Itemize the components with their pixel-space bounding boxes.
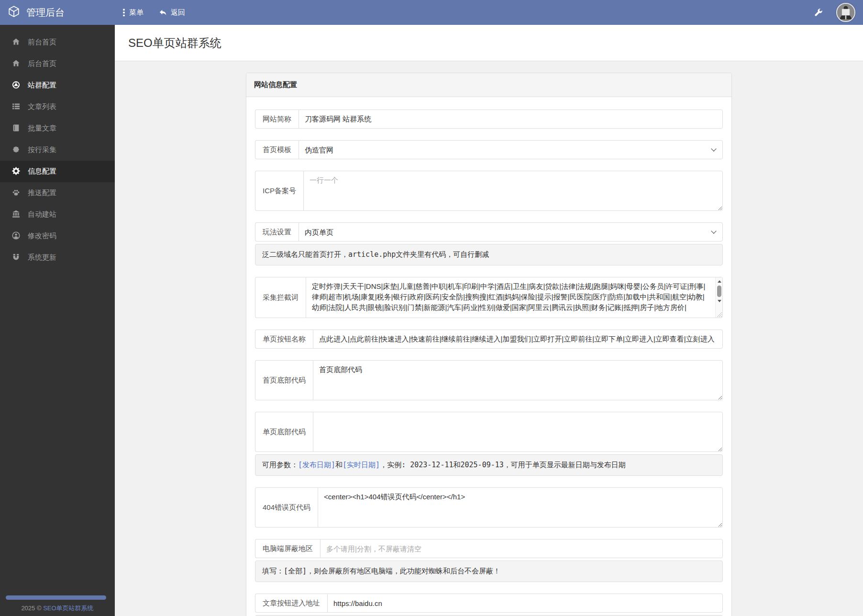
sidebar-item-label: 文章列表	[28, 102, 56, 111]
page-header: SEO单页站群系统	[115, 25, 863, 61]
block-words-group: 采集拦截词 定时炸弹|天天干|DNS|床垫|儿童|慈善|中职|机车|印刷|中学|…	[255, 277, 723, 318]
button-names-group: 单页按钮名称	[255, 330, 723, 349]
sidebar-footer: 2025 © SEO单页站群系统	[0, 604, 115, 613]
sidebar-item-system-update[interactable]: 系统更新	[0, 247, 115, 268]
sidebar-item-label: 自动建站	[28, 210, 56, 219]
sidebar-scrollbar[interactable]	[6, 595, 106, 600]
button-names-input[interactable]	[313, 330, 723, 349]
play-mode-group: 玩法设置 内页单页 泛二级域名只能首页打开，article.php文件夹里有代码…	[255, 222, 723, 265]
sidebar-item-article-list[interactable]: 文章列表	[0, 96, 115, 118]
error-404-textarea[interactable]: <center><h1>404错误页代码</center></h1>	[318, 487, 723, 528]
magnet-icon	[12, 253, 20, 263]
cube-icon	[8, 5, 20, 20]
home-icon	[12, 38, 20, 47]
pc-block-label: 电脑端屏蔽地区	[255, 539, 320, 558]
scroll-down-icon[interactable]	[718, 300, 721, 302]
menu-label: 菜单	[129, 8, 144, 17]
ellipsis-icon	[122, 9, 125, 17]
block-words-textarea[interactable]: 定时炸弹|天天干|DNS|床垫|儿童|慈善|中职|机车|印刷|中学|酒店|卫生|…	[306, 277, 723, 318]
sidebar-item-admin-home[interactable]: 后台首页	[0, 53, 115, 75]
sidebar-item-label: 后台首页	[28, 59, 56, 68]
site-name-input[interactable]	[299, 110, 723, 129]
menu-toggle[interactable]: 菜单	[115, 0, 151, 25]
reply-icon	[159, 9, 167, 16]
bank-icon	[12, 210, 20, 220]
back-button[interactable]: 返回	[151, 0, 193, 25]
navbar-right	[814, 3, 863, 22]
sidebar-item-label: 站群配置	[28, 81, 56, 90]
sidebar-item-push-config[interactable]: 推送配置	[0, 182, 115, 204]
avatar[interactable]	[836, 3, 855, 22]
brand[interactable]: 管理后台	[0, 5, 115, 20]
site-info-panel: 网站信息配置 网站简称 首页模板 伪造官网	[246, 73, 732, 616]
sidebar: 前台首页 后台首页 站群配置 文章列表 批量文章 按行采集 信息配置 推送配置	[0, 25, 115, 616]
article-url-input[interactable]	[327, 594, 723, 613]
block-words-label: 采集拦截词	[255, 277, 306, 318]
icp-label: ICP备案号	[255, 171, 303, 211]
pc-block-input[interactable]	[320, 539, 723, 558]
burst-icon	[12, 145, 20, 155]
home-icon	[12, 59, 20, 69]
back-label: 返回	[171, 8, 185, 17]
error-404-label: 404错误页代码	[255, 487, 318, 528]
article-url-label: 文章按钮进入地址	[255, 594, 327, 613]
publish-date-link[interactable]: [发布日期]	[298, 461, 335, 469]
icp-textarea[interactable]	[303, 171, 723, 211]
panel-title: 网站信息配置	[246, 73, 731, 97]
sidebar-item-batch-articles[interactable]: 批量文章	[0, 118, 115, 139]
help-text: 和	[335, 461, 343, 469]
sidebar-item-line-collect[interactable]: 按行采集	[0, 139, 115, 161]
sidebar-item-label: 前台首页	[28, 38, 56, 47]
home-template-group: 首页模板 伪造官网	[255, 140, 723, 159]
sidebar-item-change-password[interactable]: 修改密码	[0, 225, 115, 247]
sidebar-item-label: 按行采集	[28, 145, 56, 154]
textarea-scrollbar[interactable]	[715, 277, 722, 318]
page-footer-code-textarea[interactable]	[313, 412, 723, 452]
home-footer-code-label: 首页底部代码	[255, 360, 313, 400]
site-name-group: 网站简称	[255, 110, 723, 129]
sidebar-item-auto-build[interactable]: 自动建站	[0, 204, 115, 225]
top-navbar: 管理后台 菜单 返回	[0, 0, 863, 25]
page-title: SEO单页站群系统	[128, 35, 221, 51]
play-mode-select[interactable]: 内页单页	[299, 222, 723, 242]
sidebar-item-info-config[interactable]: 信息配置	[0, 161, 115, 182]
sidebar-item-label: 批量文章	[28, 124, 56, 133]
user-circle-icon	[12, 231, 20, 241]
content-area: 网站信息配置 网站简称 首页模板 伪造官网	[115, 61, 863, 616]
paw-icon	[12, 188, 20, 198]
scrollbar-thumb[interactable]	[717, 286, 721, 297]
scroll-up-icon[interactable]	[718, 280, 721, 283]
date-params-help: 可用参数：[发布日期]和[实时日期]，实例: 2023-12-11和2025-0…	[255, 454, 723, 476]
site-name-label: 网站简称	[255, 110, 299, 129]
list-icon	[12, 102, 20, 112]
home-footer-code-group: 首页底部代码 首页底部代码	[255, 360, 723, 400]
pc-block-help: 填写：[全部]，则会屏蔽所有地区电脑端，此功能对蜘蛛和后台不会屏蔽！	[255, 561, 723, 582]
article-url-group: 文章按钮进入地址 参数：时间[Y],[m],[d],[H],[i],[s](20…	[255, 594, 723, 616]
sidebar-item-label: 推送配置	[28, 188, 56, 198]
main-area: SEO单页站群系统 网站信息配置 网站简称 首页模板	[115, 0, 863, 616]
wrench-icon[interactable]	[814, 8, 823, 17]
home-template-select[interactable]: 伪造官网	[299, 140, 723, 159]
chrome-icon	[12, 81, 20, 90]
sidebar-menu: 前台首页 后台首页 站群配置 文章列表 批量文章 按行采集 信息配置 推送配置	[0, 32, 115, 268]
sidebar-item-label: 系统更新	[28, 253, 56, 262]
book-icon	[12, 124, 20, 133]
sidebar-item-label: 信息配置	[28, 167, 56, 176]
home-template-label: 首页模板	[255, 140, 299, 159]
page-footer-code-label: 单页底部代码	[255, 412, 313, 452]
page-footer-code-group: 单页底部代码 可用参数：[发布日期]和[实时日期]，实例: 2023-12-11…	[255, 412, 723, 476]
sidebar-item-sitegroup-config[interactable]: 站群配置	[0, 75, 115, 96]
brand-title: 管理后台	[26, 6, 65, 19]
icp-group: ICP备案号	[255, 171, 723, 211]
help-text: ，实例: 2023-12-11和2025-09-13，可用于单页显示最新日期与发…	[380, 461, 626, 469]
sidebar-item-front-home[interactable]: 前台首页	[0, 32, 115, 53]
home-footer-code-textarea[interactable]: 首页底部代码	[313, 360, 723, 400]
gear-icon	[12, 167, 20, 176]
play-mode-help: 泛二级域名只能首页打开，article.php文件夹里有代码，可自行删减	[255, 244, 723, 265]
button-names-label: 单页按钮名称	[255, 330, 313, 349]
sidebar-item-label: 修改密码	[28, 231, 56, 241]
help-text: 可用参数：	[262, 461, 298, 469]
realtime-date-link[interactable]: [实时日期]	[343, 461, 380, 469]
footer-link[interactable]: SEO单页站群系统	[43, 605, 93, 612]
copyright-text: 2025 ©	[21, 605, 43, 612]
